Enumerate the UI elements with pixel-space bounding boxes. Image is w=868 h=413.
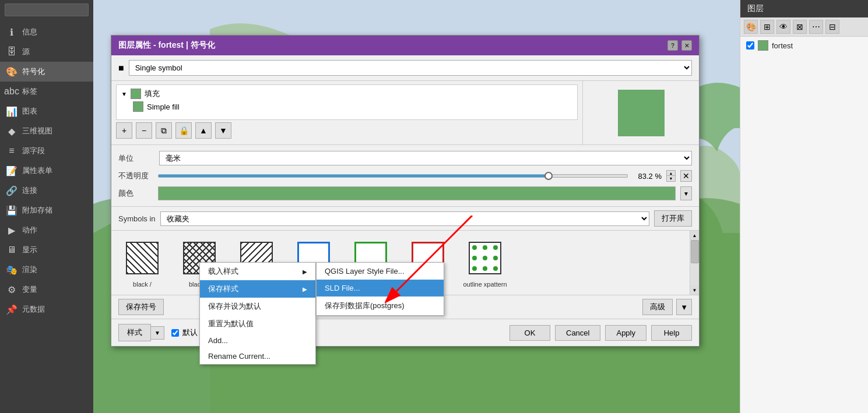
symbol-icon: 🎨	[6, 66, 17, 77]
layer-visibility-checkbox[interactable]	[746, 41, 754, 50]
context-menu-item-load[interactable]: 载入样式 ▶	[200, 263, 315, 280]
opacity-down[interactable]: ▼	[666, 176, 676, 182]
simple-fill-label: Simple fill	[147, 103, 180, 111]
sidebar-item-label[interactable]: abc 标签	[0, 82, 93, 101]
scrollbar-track[interactable]	[690, 240, 699, 285]
color-dropdown-btn[interactable]: ▼	[680, 186, 692, 200]
sidebar-search[interactable]	[0, 0, 93, 20]
titlebar-controls: ? ✕	[667, 40, 692, 51]
down-btn[interactable]: ▼	[215, 122, 231, 139]
style-main-btn[interactable]: 样式	[118, 324, 151, 341]
sidebar-items: ℹ 信息 🗄 源 🎨 符号化 abc 标签 📊 图表 ◆ 三维视图 ≡ 源字段 …	[0, 20, 93, 322]
context-menu-arrow-save: ▶	[303, 286, 307, 292]
symbol-item-outline-xpattern[interactable]: outline xpattern	[459, 235, 511, 290]
symbol-type-select[interactable]: Single symbol	[129, 60, 692, 76]
layer-color-indicator	[758, 40, 768, 51]
layer-tree: ▼ 填充 Simple fill	[116, 84, 578, 120]
opacity-spinbox[interactable]: ▲ ▼	[666, 170, 676, 182]
sidebar-item-label: 显示	[22, 245, 37, 255]
sidebar-item-symbol[interactable]: 🎨 符号化	[0, 62, 93, 82]
layer-panel-title: 图层	[747, 3, 764, 14]
default-label: 默认	[182, 327, 198, 338]
context-menu-item-reset-default[interactable]: 重置为默认值	[200, 315, 315, 333]
layer-filter-icon[interactable]: 🎨	[744, 20, 758, 34]
layer-tree-panel: ▼ 填充 Simple fill + −	[111, 81, 582, 144]
sidebar-item-3dview[interactable]: ◆ 三维视图	[0, 121, 93, 141]
layer-copy-icon[interactable]: ⊞	[760, 20, 774, 34]
layer-more-icon[interactable]: ⋯	[809, 20, 823, 34]
sub-menu-item-qgis[interactable]: QGIS Layer Style File...	[317, 263, 444, 280]
fill-layer-item[interactable]: ▼ 填充	[119, 87, 575, 100]
add-layer-btn[interactable]: +	[116, 122, 132, 139]
color-swatch[interactable]	[158, 186, 676, 200]
context-menu-item-add[interactable]: Add...	[200, 333, 315, 348]
sidebar-item-label: 元数据	[22, 304, 45, 315]
color-label: 颜色	[118, 188, 153, 199]
apply-btn[interactable]: Apply	[605, 325, 646, 341]
unit-select[interactable]: 毫米	[159, 151, 692, 165]
sidebar-item-chart[interactable]: 📊 图表	[0, 101, 93, 121]
opacity-clear-btn[interactable]: ✕	[680, 170, 692, 182]
lock-btn[interactable]: 🔒	[175, 122, 192, 139]
sidebar-item-label-text: 标签	[22, 86, 37, 97]
advanced-btn[interactable]: 高级	[642, 299, 673, 315]
close-button[interactable]: ✕	[681, 40, 692, 51]
context-menu-item-save-default[interactable]: 保存并设为默认	[200, 298, 315, 315]
simple-fill-item[interactable]: Simple fill	[119, 100, 575, 113]
metadata-icon: 📌	[6, 303, 17, 315]
sub-menu-item-sld[interactable]: SLD File...	[317, 280, 444, 296]
help-btn2[interactable]: Help	[651, 325, 692, 341]
properties-area: 单位 毫米 不透明度 83.2 % ▲ ▼	[111, 145, 699, 207]
symbol-preview-outline-xpattern	[465, 238, 505, 278]
sidebar-item-display[interactable]: 🖥 显示	[0, 240, 93, 260]
save-symbol-btn[interactable]: 保存符号	[118, 299, 164, 315]
opacity-label: 不透明度	[118, 171, 153, 181]
layer-name: fortest	[772, 41, 793, 50]
search-input[interactable]	[5, 3, 89, 16]
duplicate-btn[interactable]: ⧉	[156, 122, 172, 139]
sidebar-item-source[interactable]: 🗄 源	[0, 42, 93, 62]
scrollbar-down-btn[interactable]: ▼	[690, 285, 699, 295]
sidebar-item-metadata[interactable]: 📌 元数据	[0, 299, 93, 319]
symbol-selector-row: ■ Single symbol	[111, 55, 699, 81]
symbol-item-hatched-slash[interactable]: black /	[116, 235, 168, 290]
cancel-btn[interactable]: Cancel	[555, 325, 600, 341]
sidebar-item-storage[interactable]: 💾 附加存储	[0, 200, 93, 220]
up-btn[interactable]: ▲	[195, 122, 212, 139]
default-checkbox[interactable]	[171, 329, 179, 337]
sidebar-item-action[interactable]: ▶ 动作	[0, 220, 93, 240]
open-lib-btn[interactable]: 打开库	[654, 210, 692, 227]
layer-item-fortest[interactable]: fortest	[740, 37, 868, 54]
remove-layer-btn[interactable]: −	[136, 122, 152, 139]
symbol-grid-scrollbar[interactable]: ▲ ▼	[690, 231, 699, 295]
sub-menu-item-db[interactable]: 保存到数据库(postgres)	[317, 296, 444, 315]
sidebar-item-label: 动作	[22, 225, 37, 235]
context-menu-item-save[interactable]: 保存样式 ▶	[200, 280, 315, 298]
ok-btn[interactable]: OK	[509, 325, 550, 341]
symbols-in-select[interactable]: 收藏夹	[160, 211, 649, 226]
advanced-dropdown-btn[interactable]: ▼	[676, 299, 692, 315]
join-icon: 🔗	[6, 185, 17, 196]
context-menu-item-rename[interactable]: Rename Current...	[200, 348, 315, 364]
footer-left: 样式 ▼ 默认	[118, 324, 198, 341]
layer-dock-icon[interactable]: ⊟	[825, 20, 839, 34]
scrollbar-up-btn[interactable]: ▲	[690, 231, 699, 240]
default-checkbox-row: 默认	[171, 327, 198, 338]
opacity-slider[interactable]	[158, 174, 628, 178]
style-arrow-btn[interactable]: ▼	[151, 326, 164, 340]
sidebar-item-variable[interactable]: ⚙ 变量	[0, 280, 93, 299]
sidebar-item-info[interactable]: ℹ 信息	[0, 22, 93, 42]
fields-icon: ≡	[6, 145, 17, 157]
sidebar-item-attrform[interactable]: 📝 属性表单	[0, 161, 93, 181]
sidebar-item-join[interactable]: 🔗 连接	[0, 181, 93, 200]
display-icon: 🖥	[6, 244, 17, 256]
sidebar-item-fields[interactable]: ≡ 源字段	[0, 141, 93, 161]
footer-buttons: OK Cancel Apply Help	[509, 325, 692, 341]
layer-filter2-icon[interactable]: ⊠	[793, 20, 807, 34]
opacity-up[interactable]: ▲	[666, 170, 676, 176]
sidebar-item-label: 属性表单	[22, 165, 52, 176]
help-button[interactable]: ?	[667, 40, 678, 51]
sidebar-item-render[interactable]: 🎭 渲染	[0, 260, 93, 280]
scrollbar-thumb[interactable]	[691, 240, 699, 263]
layer-eye-icon[interactable]: 👁	[776, 20, 790, 34]
